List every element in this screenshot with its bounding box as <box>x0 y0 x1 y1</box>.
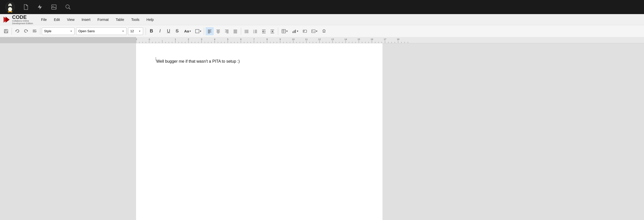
font-aa-arrow: ▼ <box>189 30 191 32</box>
ruler <box>0 37 644 43</box>
svg-point-7 <box>11 5 11 5</box>
svg-rect-71 <box>295 30 296 33</box>
insert-image-button[interactable]: ▼ <box>309 27 319 35</box>
size-value: 12 <box>130 29 134 33</box>
style-value: Style <box>44 29 51 33</box>
svg-point-50 <box>245 32 246 33</box>
align-left-button[interactable] <box>206 27 214 35</box>
strikethrough-button[interactable]: S <box>173 27 181 35</box>
sidebar-left <box>0 43 136 220</box>
redo-button[interactable] <box>22 27 30 35</box>
menu-edit[interactable]: Edit <box>51 16 63 23</box>
sidebar-right <box>640 43 644 220</box>
svg-text:3.: 3. <box>253 32 254 33</box>
page-container[interactable]: Well bugger me if that wasn't a PITA to … <box>136 43 640 220</box>
svg-rect-72 <box>303 30 307 32</box>
sep5 <box>241 28 241 35</box>
style-dropdown[interactable]: Style ▼ <box>42 27 75 35</box>
size-dropdown[interactable]: 12 ▼ <box>128 27 143 35</box>
svg-point-11 <box>8 11 10 12</box>
increase-indent-button[interactable] <box>268 27 276 35</box>
menu-table[interactable]: Table <box>113 16 127 23</box>
svg-rect-14 <box>52 5 56 9</box>
brand-name: CODE <box>12 14 33 20</box>
svg-line-17 <box>69 8 71 10</box>
svg-point-12 <box>10 11 12 12</box>
ruler-canvas <box>136 37 644 43</box>
menu-bar: CODE Collabora Online Development Editio… <box>0 14 644 25</box>
svg-marker-19 <box>6 17 10 23</box>
svg-point-48 <box>245 31 246 32</box>
insert-chart-button[interactable]: ▼ <box>290 27 300 35</box>
menu-format[interactable]: Format <box>94 16 112 23</box>
align-center-button[interactable] <box>214 27 222 35</box>
save-button[interactable] <box>2 27 10 35</box>
special-char-button[interactable]: Ω <box>320 27 328 35</box>
file-icon[interactable] <box>21 3 30 12</box>
size-select-box[interactable]: 12 ▼ <box>128 27 143 35</box>
menu-file[interactable]: File <box>38 16 50 23</box>
app-logo <box>4 1 16 13</box>
bold-button[interactable]: B <box>147 27 155 35</box>
highlight-button[interactable]: ▼ <box>194 27 202 35</box>
svg-rect-66 <box>282 29 285 33</box>
ordered-list-button[interactable]: 1.2.3. <box>251 27 259 35</box>
svg-marker-63 <box>272 31 274 32</box>
italic-button[interactable]: I <box>156 27 164 35</box>
svg-point-10 <box>8 7 12 12</box>
chart-arrow-icon: ▼ <box>297 30 299 32</box>
document-area: Well bugger me if that wasn't a PITA to … <box>0 43 644 220</box>
svg-point-15 <box>53 6 53 7</box>
style-select-box[interactable]: Style ▼ <box>42 27 75 35</box>
menu-insert[interactable]: Insert <box>79 16 93 23</box>
ruler-left-dark <box>0 37 136 43</box>
sep2 <box>40 28 40 35</box>
unordered-list-button[interactable] <box>243 27 251 35</box>
lightning-icon[interactable] <box>35 3 44 12</box>
svg-marker-59 <box>262 31 264 32</box>
highlight-arrow: ▼ <box>200 30 202 32</box>
page-content: Well bugger me if that wasn't a PITA to … <box>156 58 362 64</box>
font-arrow-icon: ▼ <box>122 30 124 32</box>
table-arrow-icon: ▼ <box>286 30 288 32</box>
style-arrow-icon: ▼ <box>70 30 72 32</box>
size-arrow-icon: ▼ <box>139 30 141 32</box>
font-aa-label: Aa <box>184 29 189 33</box>
document-text: Well bugger me if that wasn't a PITA to … <box>156 58 362 64</box>
insert-table-button[interactable]: ▼ <box>280 27 290 35</box>
undo-button[interactable] <box>13 27 21 35</box>
svg-rect-29 <box>196 29 199 33</box>
sep1 <box>12 28 12 35</box>
title-bar <box>0 0 644 14</box>
svg-marker-23 <box>15 30 16 32</box>
svg-rect-22 <box>5 31 7 33</box>
image-icon[interactable] <box>49 3 58 12</box>
svg-marker-28 <box>36 31 37 32</box>
page: Well bugger me if that wasn't a PITA to … <box>136 43 382 220</box>
brand-sub2: Development Edition <box>12 22 33 25</box>
svg-point-46 <box>245 30 246 30</box>
menu-help[interactable]: Help <box>143 16 157 23</box>
align-justify-button[interactable] <box>231 27 239 35</box>
paragraph-styles-button[interactable] <box>30 27 39 35</box>
cursor <box>156 57 156 61</box>
ruler-right-light <box>136 37 644 43</box>
svg-point-16 <box>66 5 69 8</box>
svg-rect-69 <box>293 31 293 33</box>
font-select-box[interactable]: Open Sans ▼ <box>76 27 126 35</box>
brand-text: CODE Collabora Online Development Editio… <box>12 14 33 25</box>
toolbar: Style ▼ Open Sans ▼ 12 ▼ B I U S Aa ▼ ▼ <box>0 25 644 37</box>
sep4 <box>204 28 204 35</box>
font-color-button[interactable]: Aa ▼ <box>182 27 194 35</box>
brand-logo-icon <box>2 16 10 24</box>
menu-tools[interactable]: Tools <box>128 16 143 23</box>
align-right-button[interactable] <box>223 27 231 35</box>
search-icon[interactable] <box>63 3 73 12</box>
svg-rect-76 <box>312 30 315 33</box>
font-dropdown[interactable]: Open Sans ▼ <box>76 27 126 35</box>
insert-textbox-button[interactable] <box>301 27 309 35</box>
menu-view[interactable]: View <box>64 16 78 23</box>
app-brand: CODE Collabora Online Development Editio… <box>2 14 33 25</box>
underline-button[interactable]: U <box>165 27 173 35</box>
decrease-indent-button[interactable] <box>260 27 268 35</box>
